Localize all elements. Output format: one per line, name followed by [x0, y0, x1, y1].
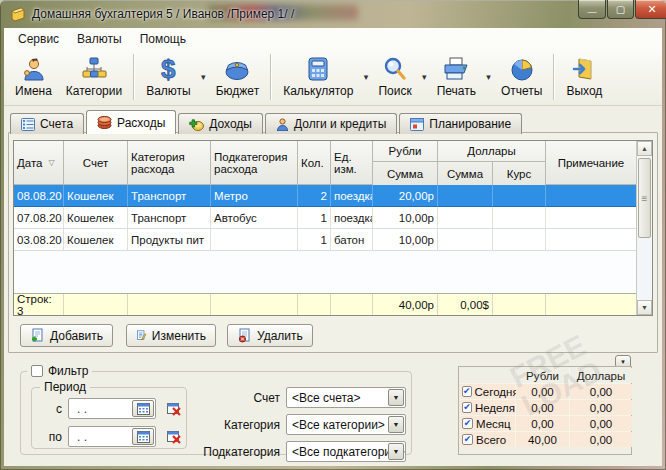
subcategory-filter-label: Подкатегория	[170, 445, 280, 459]
tab-planning[interactable]: Планирование	[399, 113, 522, 134]
date-to-picker-button[interactable]	[132, 428, 154, 445]
print-button[interactable]: Печать	[430, 54, 483, 100]
col-header-qty[interactable]: Кол.	[298, 141, 331, 185]
col-header-unit[interactable]: Ед. изм.	[331, 141, 373, 185]
add-button[interactable]: Добавить	[20, 324, 113, 347]
tab-accounts-label: Счета	[40, 117, 73, 131]
exit-icon	[571, 56, 597, 82]
print-label: Печать	[437, 84, 476, 98]
maximize-button[interactable]	[607, 0, 634, 19]
edit-button[interactable]: Изменить	[126, 324, 216, 347]
subcategory-combo-arrow-icon[interactable]	[388, 443, 404, 460]
date-to-value: . .	[77, 430, 87, 444]
footer-rub-total: 40,00р	[373, 294, 438, 315]
menu-service[interactable]: Сервис	[9, 30, 68, 48]
cell-rub-sum: 10,00р	[373, 207, 438, 229]
tab-debts[interactable]: Долги и кредиты	[265, 113, 397, 134]
subcategory-filter-combobox[interactable]: <Все подкатегории>	[286, 441, 406, 462]
currencies-dropdown-arrow-icon[interactable]	[198, 57, 209, 97]
calculator-icon	[305, 56, 331, 82]
cell-rate	[493, 207, 546, 229]
month-checkbox[interactable]	[462, 418, 473, 429]
filter-checkbox[interactable]	[31, 365, 43, 377]
week-label: Неделя	[475, 402, 515, 414]
table-row[interactable]: 07.08.20 Кошелек Транспорт Автобус 1 пое…	[14, 207, 636, 229]
cell-subcategory: Автобус	[211, 207, 298, 229]
menubar: Сервис Валюты Помощь	[4, 28, 662, 49]
date-from-picker-button[interactable]	[132, 400, 154, 417]
cell-note	[546, 207, 636, 229]
income-icon	[189, 118, 204, 131]
period-label: Период	[44, 380, 86, 394]
calendar-icon	[137, 403, 150, 415]
col-header-subcategory[interactable]: Подкатегория расхода	[211, 141, 298, 185]
tab-income[interactable]: Доходы	[178, 113, 263, 134]
scrollbar-thumb[interactable]	[638, 158, 651, 238]
date-from-label: с	[40, 402, 62, 416]
scroll-down-arrow-icon[interactable]	[637, 300, 652, 315]
titlebar[interactable]: Домашняя бухгалтерия 5 / Иванов /Пример …	[0, 0, 666, 28]
vertical-scrollbar[interactable]	[636, 141, 652, 315]
person-icon	[20, 56, 46, 82]
delete-button[interactable]: Удалить	[227, 324, 313, 347]
search-dropdown-arrow-icon[interactable]	[419, 57, 430, 97]
scroll-up-arrow-icon[interactable]	[637, 141, 652, 156]
reports-button[interactable]: Отчеты	[494, 54, 549, 100]
table-header: Дата Счет Категория расхода Подкатегория…	[14, 141, 636, 185]
all-checkbox[interactable]	[462, 434, 473, 445]
all-usd: 0,00	[570, 432, 632, 447]
category-combo-arrow-icon[interactable]	[388, 416, 404, 433]
account-combo-arrow-icon[interactable]	[388, 389, 404, 406]
names-button[interactable]: Имена	[8, 54, 59, 100]
print-dropdown-arrow-icon[interactable]	[483, 57, 494, 97]
categories-label: Категории	[66, 84, 122, 98]
calculator-label: Калькулятор	[283, 84, 353, 98]
cell-qty: 1	[298, 229, 331, 251]
budget-button[interactable]: Бюджет	[209, 54, 266, 100]
cell-qty: 1	[298, 207, 331, 229]
exit-label: Выход	[566, 84, 602, 98]
accounts-icon	[21, 118, 35, 131]
calculator-dropdown-arrow-icon[interactable]	[360, 57, 371, 97]
categories-button[interactable]: Категории	[59, 54, 129, 100]
budget-label: Бюджет	[216, 84, 259, 98]
minimize-button[interactable]	[578, 0, 606, 19]
close-button[interactable]	[635, 0, 666, 19]
col-header-rate[interactable]: Курс	[493, 162, 546, 185]
col-header-date[interactable]: Дата	[14, 141, 64, 185]
delete-record-icon	[237, 328, 252, 343]
week-checkbox[interactable]	[462, 402, 472, 413]
tab-accounts[interactable]: Счета	[10, 113, 84, 134]
col-header-usd-sum[interactable]: Сумма	[438, 162, 493, 185]
menu-currencies[interactable]: Валюты	[68, 30, 131, 48]
tab-income-label: Доходы	[209, 117, 252, 131]
exit-button[interactable]: Выход	[559, 54, 609, 100]
col-header-dollars[interactable]: Доллары	[438, 141, 546, 162]
today-checkbox[interactable]	[462, 386, 472, 397]
printer-icon	[442, 56, 470, 82]
tab-expenses[interactable]: Расходы	[86, 110, 176, 134]
account-filter-combobox[interactable]: <Все счета>	[286, 387, 406, 408]
category-filter-combobox[interactable]: <Все категории>	[286, 414, 406, 435]
col-header-note[interactable]: Примечание	[546, 141, 636, 185]
cell-unit: батон	[331, 229, 373, 251]
date-to-input[interactable]: . .	[68, 426, 156, 447]
cell-rate	[493, 229, 546, 251]
table-row[interactable]: 03.08.20 Кошелек Продукты пит 1 батон 10…	[14, 229, 636, 251]
table-row[interactable]: 08.08.20 Кошелек Транспорт Метро 2 поезд…	[14, 185, 636, 207]
col-header-category[interactable]: Категория расхода	[128, 141, 211, 185]
cell-account: Кошелек	[64, 185, 128, 207]
currencies-button[interactable]: $ Валюты	[139, 54, 198, 100]
search-button[interactable]: Поиск	[371, 54, 418, 100]
add-record-icon	[30, 328, 45, 343]
col-header-account[interactable]: Счет	[64, 141, 128, 185]
reports-label: Отчеты	[501, 84, 542, 98]
menu-help[interactable]: Помощь	[131, 30, 195, 48]
col-header-rub-sum[interactable]: Сумма	[373, 162, 438, 185]
today-label: Сегодня	[475, 386, 519, 398]
date-from-input[interactable]: . .	[68, 398, 156, 419]
calculator-button[interactable]: Калькулятор	[276, 54, 360, 100]
today-rub: 0,00	[516, 384, 569, 399]
col-header-rubles[interactable]: Рубли	[373, 141, 438, 162]
totals-row-week: Неделя	[460, 400, 515, 415]
